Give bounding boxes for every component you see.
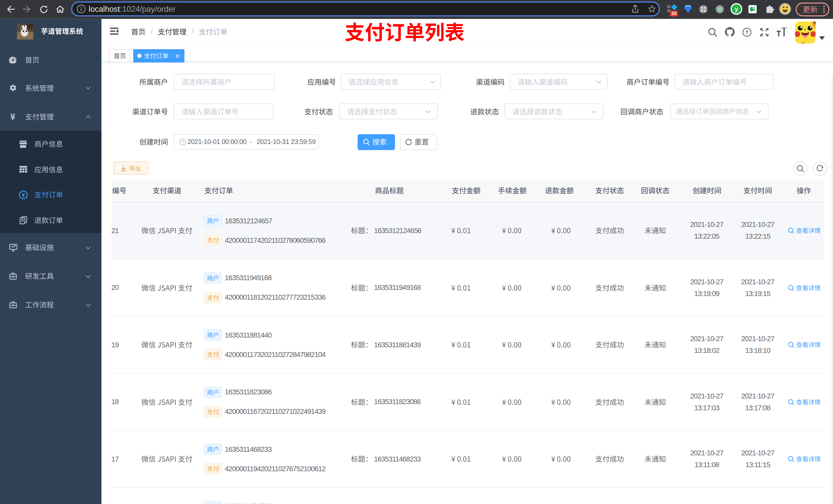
svg-text:y: y [735,5,738,13]
svg-text:?: ? [745,29,748,35]
